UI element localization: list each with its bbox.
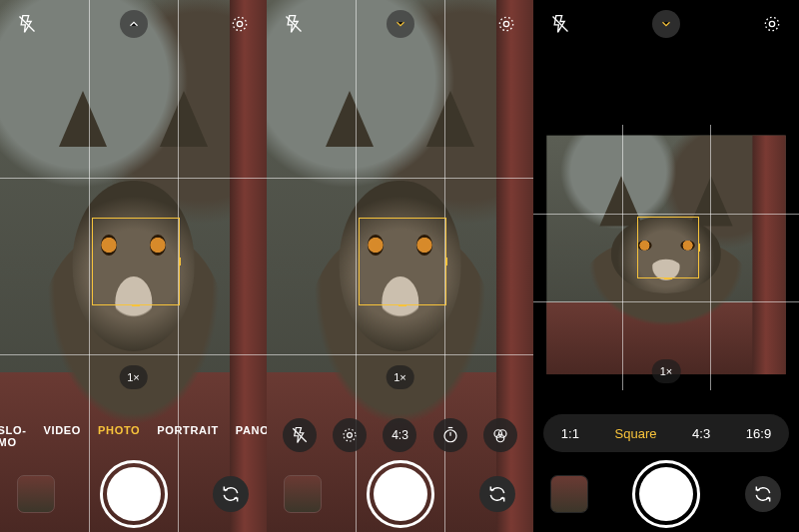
live-photo-icon xyxy=(230,14,250,34)
last-photo-thumbnail[interactable] xyxy=(18,476,54,512)
qs-filters-button[interactable] xyxy=(483,418,517,452)
flash-off-icon xyxy=(284,14,304,34)
mode-photo[interactable]: PHOTO xyxy=(98,424,140,448)
shutter-button[interactable] xyxy=(100,460,168,528)
chevron-down-icon xyxy=(394,17,407,31)
shutter-button[interactable] xyxy=(367,460,434,528)
live-photo-icon xyxy=(762,14,782,34)
qs-flash-button[interactable] xyxy=(283,418,317,452)
switch-camera-button[interactable] xyxy=(213,476,249,512)
mode-pano[interactable]: PANO xyxy=(236,424,267,448)
svg-point-17 xyxy=(765,17,778,30)
mode-video[interactable]: VIDEO xyxy=(44,424,82,448)
live-photo-button[interactable] xyxy=(491,9,521,39)
camera-flip-icon xyxy=(487,484,507,504)
mode-portrait[interactable]: PORTRAIT xyxy=(157,424,219,448)
aspect-1-1[interactable]: 1:1 xyxy=(561,426,579,441)
viewfinder[interactable]: 1× xyxy=(0,0,267,532)
quick-settings-row: 4:3 xyxy=(267,418,533,452)
svg-point-7 xyxy=(348,433,353,438)
letterbox-top xyxy=(533,48,799,125)
top-bar xyxy=(0,0,267,48)
flash-button[interactable] xyxy=(279,9,309,39)
svg-point-5 xyxy=(499,17,512,30)
camera-screen-aspect: 1× 1:1 Square 4:3 16:9 xyxy=(533,0,799,532)
svg-point-16 xyxy=(769,21,774,26)
collapse-controls-button[interactable] xyxy=(652,10,680,38)
viewfinder[interactable]: 1× xyxy=(533,125,799,390)
chevron-up-icon xyxy=(127,17,141,31)
switch-camera-button[interactable] xyxy=(745,476,781,512)
flash-button[interactable] xyxy=(545,9,575,39)
camera-flip-icon xyxy=(221,484,241,504)
mode-selector[interactable]: SLO-MO VIDEO PHOTO PORTRAIT PANO xyxy=(0,424,267,448)
live-photo-button[interactable] xyxy=(225,9,255,39)
live-photo-icon xyxy=(341,426,359,444)
svg-point-8 xyxy=(344,429,356,441)
bottom-bar xyxy=(533,456,799,532)
viewfinder-image xyxy=(267,0,533,532)
aspect-ratio-picker[interactable]: 1:1 Square 4:3 16:9 xyxy=(543,414,789,452)
camera-flip-icon xyxy=(753,484,773,504)
qs-live-photo-button[interactable] xyxy=(333,418,367,452)
expand-controls-button[interactable] xyxy=(120,10,148,38)
svg-point-14 xyxy=(496,434,504,442)
collapse-controls-button[interactable] xyxy=(387,10,414,38)
svg-point-1 xyxy=(237,21,242,26)
camera-screen-quicksettings: 1× 4:3 xyxy=(267,0,533,532)
zoom-button[interactable]: 1× xyxy=(119,365,148,389)
flash-off-icon xyxy=(17,14,37,34)
zoom-button[interactable]: 1× xyxy=(652,359,681,383)
last-photo-thumbnail[interactable] xyxy=(285,476,321,512)
flash-off-icon xyxy=(550,14,570,34)
flash-button[interactable] xyxy=(12,9,42,39)
viewfinder-image xyxy=(0,0,267,532)
top-bar xyxy=(533,0,799,48)
chevron-down-icon xyxy=(659,17,673,31)
camera-screen-modes: 1× SLO-MO VIDEO PHOTO PORTRAIT PANO xyxy=(0,0,267,532)
qs-aspect-button[interactable]: 4:3 xyxy=(383,418,416,452)
svg-point-2 xyxy=(233,17,246,30)
mode-slomo[interactable]: SLO-MO xyxy=(0,424,27,448)
live-photo-button[interactable] xyxy=(757,9,787,39)
shutter-button[interactable] xyxy=(632,460,700,528)
bottom-bar xyxy=(267,456,533,532)
viewfinder[interactable]: 1× xyxy=(267,0,533,532)
bottom-bar xyxy=(0,456,267,532)
timer-icon xyxy=(441,426,459,444)
last-photo-thumbnail[interactable] xyxy=(551,476,587,512)
svg-point-13 xyxy=(498,430,506,438)
qs-timer-button[interactable] xyxy=(433,418,467,452)
svg-point-4 xyxy=(503,21,508,26)
live-photo-icon xyxy=(496,14,516,34)
aspect-16-9[interactable]: 16:9 xyxy=(746,426,771,441)
filters-icon xyxy=(491,426,509,444)
viewfinder-image xyxy=(546,136,785,374)
switch-camera-button[interactable] xyxy=(479,476,515,512)
top-bar xyxy=(267,0,533,48)
flash-off-icon xyxy=(291,426,309,444)
aspect-square[interactable]: Square xyxy=(615,426,657,441)
aspect-4-3[interactable]: 4:3 xyxy=(692,426,710,441)
zoom-button[interactable]: 1× xyxy=(386,365,414,389)
